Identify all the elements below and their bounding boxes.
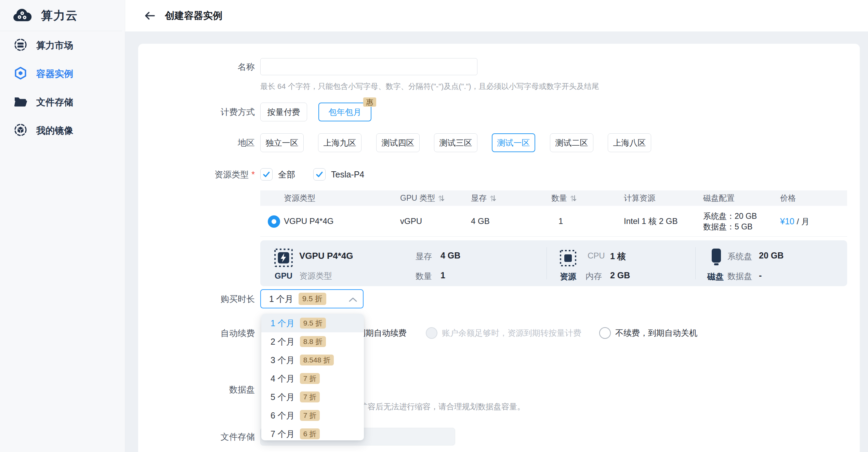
- data-disk-value: -: [759, 270, 762, 280]
- folder-icon: [14, 95, 27, 110]
- checkbox-all-label: 全部: [278, 168, 295, 181]
- count-value: 1: [440, 270, 445, 280]
- column-header-sortable[interactable]: GPU 类型: [400, 190, 445, 206]
- sort-icon: [489, 195, 496, 202]
- duration-option-5[interactable]: 5 个月 7 折: [261, 388, 364, 406]
- system-disk-label: 系统盘: [727, 251, 752, 262]
- disk-tag: 磁盘: [702, 271, 728, 282]
- price-value: 10: [785, 216, 794, 226]
- duration-option-4[interactable]: 4 个月 7 折: [261, 369, 364, 388]
- column-header-sortable[interactable]: 显存: [471, 190, 496, 206]
- cpu-tag: 资源: [555, 271, 581, 282]
- sidebar-item-container-instance[interactable]: 容器实例: [0, 59, 125, 88]
- column-header-sortable[interactable]: 数量: [551, 190, 577, 206]
- checkbox-tesla-p4-label: Tesla-P4: [331, 168, 364, 181]
- region-option[interactable]: 测试三区: [434, 133, 477, 152]
- chevron-up-icon: [348, 297, 357, 304]
- sidebar-item-file-storage[interactable]: 文件存储: [0, 88, 125, 116]
- disk-line-data: 数据盘：5 GB: [703, 222, 757, 232]
- duration-option-3[interactable]: 3 个月 8.548 折: [261, 351, 364, 369]
- disk-line-system: 系统盘：20 GB: [703, 211, 757, 222]
- required-asterisk: *: [251, 170, 255, 179]
- name-label: 名称: [138, 58, 255, 75]
- region-option[interactable]: 上海九区: [318, 133, 361, 152]
- billing-option-pay-as-you-go[interactable]: 按量付费: [260, 103, 307, 121]
- discount-badge: 8.548 折: [300, 355, 334, 365]
- region-option-label: 测试一区: [497, 137, 530, 148]
- duration-option-7[interactable]: 7 个月 6 折: [261, 425, 364, 440]
- discount-corner-badge: 惠: [363, 97, 376, 107]
- duration-option-label: 2 个月: [271, 336, 295, 347]
- sidebar-item-market[interactable]: 算力市场: [0, 31, 125, 59]
- checkbox-all[interactable]: [260, 168, 273, 181]
- cell-disk-config: 系统盘：20 GB 数据盘：5 GB: [703, 206, 757, 237]
- name-input[interactable]: [260, 58, 477, 75]
- cell-count: 1: [558, 206, 563, 237]
- discount-badge: 6 折: [300, 428, 320, 439]
- billing-label: 计费方式: [138, 103, 255, 121]
- region-option[interactable]: 独立一区: [260, 133, 304, 152]
- selected-spec-detail-panel: GPU VGPU P4*4G 资源类型 显存 4 GB 数量 1 资源 CPU …: [260, 240, 847, 286]
- detail-gpu-caption: 资源类型: [299, 270, 332, 281]
- checkbox-tesla-p4[interactable]: [313, 168, 326, 181]
- cpu-chip-icon: [559, 249, 577, 268]
- auto-renew-option-no-renew[interactable]: 不续费，到期自动关机: [599, 326, 697, 340]
- region-option-label: 上海八区: [613, 137, 646, 148]
- discount-badge: 7 折: [300, 391, 320, 402]
- radio-icon[interactable]: [599, 327, 611, 339]
- sidebar-item-label: 算力市场: [36, 39, 73, 52]
- billing-option-label: 包年包月: [329, 107, 361, 118]
- cell-compute: Intel 1 核 2 GB: [624, 206, 678, 237]
- discount-badge: 9.5 折: [300, 318, 326, 329]
- duration-option-1[interactable]: 1 个月 9.5 折: [261, 314, 364, 332]
- vertical-divider: [547, 247, 547, 279]
- region-option[interactable]: 测试四区: [376, 133, 420, 152]
- auto-renew-option-label: 不续费，到期自动关机: [615, 328, 697, 338]
- duration-option-label: 7 个月: [271, 428, 295, 440]
- vram-label: 显存: [416, 251, 432, 262]
- sidebar-item-label: 我的镜像: [36, 124, 73, 137]
- auto-renew-label: 自动续费: [138, 326, 255, 340]
- region-option[interactable]: 上海八区: [608, 133, 651, 152]
- gpu-tag: GPU: [271, 271, 297, 281]
- duration-select[interactable]: 1 个月 9.5 折: [260, 289, 364, 308]
- duration-option-label: 5 个月: [271, 391, 295, 403]
- duration-selected-value: 1 个月: [269, 293, 293, 305]
- price-unit: / 月: [794, 217, 810, 226]
- container-icon: [14, 66, 27, 81]
- billing-option-subscription[interactable]: 包年包月 惠: [318, 103, 371, 121]
- back-button[interactable]: [142, 8, 157, 23]
- column-header: 磁盘配置: [703, 190, 735, 206]
- duration-option-2[interactable]: 2 个月 8.8 折: [261, 332, 364, 351]
- page-header: 创建容器实例: [125, 0, 868, 31]
- discount-badge: 7 折: [300, 373, 320, 384]
- data-disk-row-label: 数据盘: [138, 381, 255, 398]
- sidebar-item-label: 容器实例: [36, 68, 73, 80]
- region-option-label: 上海九区: [324, 137, 356, 148]
- cpu-value: 1 核: [610, 251, 626, 262]
- price-currency: ¥: [780, 216, 785, 226]
- row-radio-selected[interactable]: [268, 215, 280, 228]
- region-option[interactable]: 测试二区: [550, 133, 593, 152]
- count-label: 数量: [416, 271, 432, 282]
- resource-type-label-text: 资源类型: [214, 170, 249, 179]
- column-header: 价格: [780, 190, 796, 206]
- sidebar-item-my-images[interactable]: 我的镜像: [0, 116, 125, 145]
- memory-label: 内存: [586, 271, 602, 282]
- cell-price: ¥10 / 月: [780, 206, 810, 237]
- region-option-label: 独立一区: [266, 137, 299, 148]
- region-option-selected[interactable]: 测试一区: [492, 133, 535, 152]
- app-name: 算力云: [41, 8, 78, 24]
- sidebar-item-label: 文件存储: [36, 96, 73, 108]
- duration-option-label: 6 个月: [271, 410, 295, 421]
- duration-option-label: 3 个月: [271, 355, 295, 366]
- billing-option-label: 按量付费: [267, 107, 300, 118]
- duration-option-6[interactable]: 6 个月 7 折: [261, 406, 364, 425]
- auto-renew-option-label: 账户余额足够时，资源到期转按量计费: [442, 328, 581, 338]
- spec-table-row[interactable]: VGPU P4*4G vGPU 4 GB 1 Intel 1 核 2 GB 系统…: [260, 206, 847, 237]
- duration-option-label: 1 个月: [271, 318, 295, 329]
- cpu-label: CPU: [588, 251, 605, 261]
- region-option-label: 测试三区: [439, 137, 472, 148]
- region-label: 地区: [138, 133, 255, 152]
- spec-table-header: 资源类型 GPU 类型 显存 数量 计算资源 磁盘配置 价格: [260, 190, 847, 206]
